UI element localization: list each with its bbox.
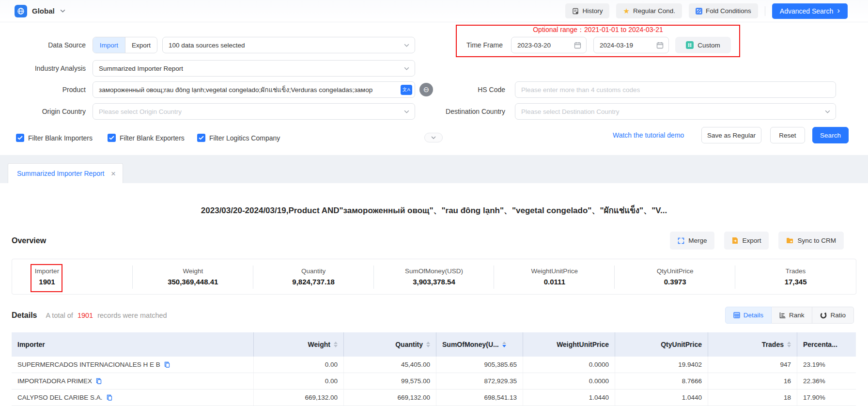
details-heading: Details bbox=[12, 311, 37, 320]
col-header-trades[interactable]: Trades bbox=[708, 332, 797, 357]
filter-label: Filter Blank Exporters bbox=[120, 134, 185, 142]
stat-weight-unit-price: WeightUnitPrice 0.0111 bbox=[494, 259, 615, 294]
sum-cell: 905,385.65 bbox=[436, 357, 523, 373]
copy-icon[interactable] bbox=[107, 394, 112, 401]
export-button[interactable]: Export bbox=[724, 232, 769, 250]
history-button[interactable]: History bbox=[565, 3, 609, 18]
percentage-cell: 22.36% bbox=[797, 373, 856, 389]
pie-ratio-icon bbox=[820, 312, 827, 319]
stat-value: 9,824,737.18 bbox=[292, 278, 335, 286]
import-toggle[interactable]: Import bbox=[93, 37, 125, 53]
stat-value: 17,345 bbox=[785, 278, 807, 286]
stat-label: Quantity bbox=[301, 267, 326, 275]
globe-icon bbox=[15, 5, 27, 17]
percentage-cell: 17.90% bbox=[797, 390, 856, 406]
optional-range-note: Optional range：2021-01-01 to 2024-03-21 bbox=[456, 26, 740, 34]
view-details-button[interactable]: Details bbox=[725, 307, 772, 324]
filter-logitics-company-checkbox[interactable]: Filter Logitics Company bbox=[197, 134, 280, 142]
regular-cond-button[interactable]: ★ Regular Cond. bbox=[616, 3, 682, 18]
hs-code-label: HS Code bbox=[433, 81, 505, 98]
col-header-weight[interactable]: Weight bbox=[254, 332, 344, 357]
calendar-icon bbox=[574, 42, 586, 49]
sync-to-crm-label: Sync to CRM bbox=[797, 237, 836, 244]
stat-sum-of-money: SumOfMoney(USD) 3,903,378.54 bbox=[374, 259, 495, 294]
percentage-cell: 23.19% bbox=[797, 357, 856, 373]
stat-label: WeightUnitPrice bbox=[531, 267, 578, 275]
sync-to-crm-button[interactable]: Sync to CRM bbox=[778, 232, 844, 250]
copy-icon[interactable] bbox=[96, 378, 102, 384]
tab-summarized-importer-report[interactable]: Summarized Importer Report × bbox=[8, 163, 123, 183]
sort-icon[interactable] bbox=[334, 342, 338, 347]
importer-name: CALYPSO DEL CARIBE S.A. bbox=[17, 394, 103, 401]
end-date-input[interactable]: 2024-03-19 bbox=[593, 37, 669, 53]
origin-country-label: Origin Country bbox=[13, 103, 86, 120]
col-header-label: SumOfMoney(U... bbox=[442, 341, 499, 348]
industry-analysis-select[interactable]: Summarized Importer Report bbox=[93, 60, 415, 77]
export-toggle[interactable]: Export bbox=[125, 37, 157, 53]
export-icon bbox=[732, 237, 738, 244]
reset-button[interactable]: Reset bbox=[770, 127, 805, 143]
hs-code-input[interactable]: Please enter more than 4 customs codes bbox=[515, 81, 836, 98]
destination-country-placeholder: Please select Destination Country bbox=[515, 108, 620, 115]
collapse-form-button[interactable] bbox=[424, 133, 443, 142]
search-form: Data Source Import Export 100 data sourc… bbox=[0, 22, 868, 155]
filter-label: Filter Logitics Company bbox=[209, 134, 280, 142]
importer-link[interactable]: CALYPSO DEL CARIBE S.A. bbox=[12, 390, 254, 406]
col-header-quantity[interactable]: Quantity bbox=[344, 332, 436, 357]
copy-icon[interactable] bbox=[164, 361, 170, 368]
trades-cell: 16 bbox=[708, 373, 797, 389]
page: Global History ★ Regular Cond. Fold Cond… bbox=[0, 0, 868, 406]
advanced-search-button[interactable]: Advanced Search › bbox=[772, 3, 848, 19]
sort-icon[interactable] bbox=[426, 342, 430, 347]
quantity-cell: 669,132.00 bbox=[344, 390, 436, 406]
industry-analysis-label: Industry Analysis bbox=[13, 60, 86, 77]
merge-label: Merge bbox=[688, 237, 707, 244]
top-bar-actions: History ★ Regular Cond. Fold Conditions … bbox=[565, 3, 848, 19]
translate-icon[interactable]: 文A bbox=[401, 85, 412, 95]
product-label: Product bbox=[13, 81, 86, 98]
close-icon[interactable]: × bbox=[111, 170, 116, 178]
save-as-regular-button[interactable]: Save as Regular bbox=[701, 127, 761, 143]
product-input[interactable]: замороженный овощ;rau đông lạnh;vegetal … bbox=[93, 81, 415, 98]
stat-value: 0.3973 bbox=[664, 278, 686, 286]
table-row: CALYPSO DEL CARIBE S.A. 669,132.00 669,1… bbox=[12, 390, 856, 406]
qty-unit-price-cell: 19.9402 bbox=[615, 357, 708, 373]
region-selector[interactable]: Global bbox=[15, 5, 66, 17]
fold-conditions-button[interactable]: Fold Conditions bbox=[689, 3, 758, 18]
chevron-down-icon bbox=[403, 42, 415, 48]
chevron-down-icon bbox=[60, 8, 66, 14]
view-rank-button[interactable]: Rank bbox=[772, 307, 813, 324]
importer-link[interactable]: IMPORTADORA PRIMEX bbox=[12, 373, 254, 389]
tab-strip: Summarized Importer Report × bbox=[0, 155, 868, 183]
time-frame-label: Time Frame bbox=[430, 37, 503, 53]
data-sources-select[interactable]: 100 data sources selected bbox=[162, 37, 415, 53]
custom-range-button[interactable]: Custom bbox=[675, 37, 731, 53]
merge-button[interactable]: Merge bbox=[670, 232, 714, 250]
weight-unit-price-cell: 0.0000 bbox=[523, 357, 615, 373]
table-body: SUPERMERCADOS INTERNACIONALES H E B 0.00… bbox=[12, 357, 856, 406]
regular-cond-label: Regular Cond. bbox=[633, 7, 675, 15]
tutorial-link[interactable]: Watch the tutorial demo bbox=[613, 127, 684, 143]
match-mode-icon[interactable]: ⊖ bbox=[419, 83, 433, 96]
stat-label: SumOfMoney(USD) bbox=[405, 267, 463, 275]
start-date-value: 2023-03-20 bbox=[512, 42, 551, 49]
sort-desc-icon[interactable] bbox=[502, 342, 506, 347]
importer-link[interactable]: SUPERMERCADOS INTERNACIONALES H E B bbox=[12, 357, 254, 373]
col-header-sum-of-money[interactable]: SumOfMoney(U... bbox=[436, 332, 523, 357]
data-sources-value: 100 data sources selected bbox=[163, 42, 245, 49]
sort-icon[interactable] bbox=[787, 342, 791, 347]
search-button[interactable]: Search bbox=[812, 127, 849, 143]
origin-country-placeholder: Please select Origin Country bbox=[93, 108, 182, 115]
custom-range-icon bbox=[686, 41, 694, 49]
report-content: 2023/03/20-2024/03/19,Product AND"заморо… bbox=[0, 183, 868, 406]
view-ratio-button[interactable]: Ratio bbox=[812, 307, 854, 324]
filter-blank-exporters-checkbox[interactable]: Filter Blank Exporters bbox=[108, 134, 185, 142]
destination-country-select[interactable]: Please select Destination Country bbox=[515, 103, 836, 120]
filter-blank-importers-checkbox[interactable]: Filter Blank Importers bbox=[16, 134, 93, 142]
origin-country-select[interactable]: Please select Origin Country bbox=[93, 103, 415, 120]
col-header-label: Quantity bbox=[395, 341, 423, 348]
report-title: 2023/03/20-2024/03/19,Product AND"заморо… bbox=[0, 203, 868, 214]
start-date-input[interactable]: 2023-03-20 bbox=[511, 37, 587, 53]
view-details-label: Details bbox=[744, 312, 763, 319]
importer-name: IMPORTADORA PRIMEX bbox=[17, 377, 92, 385]
